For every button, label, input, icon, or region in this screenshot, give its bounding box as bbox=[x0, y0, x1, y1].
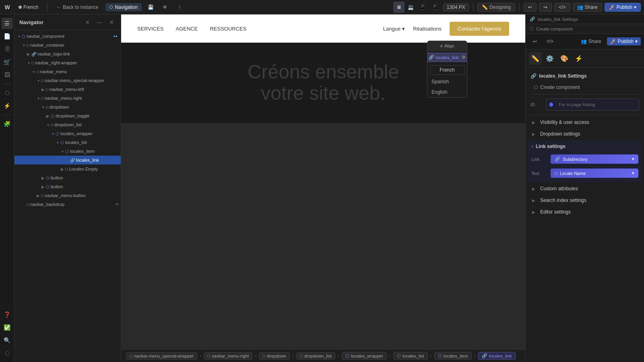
tree-item-locales_item[interactable]: ▾ ⬡ locales_item bbox=[14, 147, 121, 156]
english-option[interactable]: English bbox=[427, 87, 467, 97]
share-top-btn[interactable]: 👥 Share bbox=[577, 37, 605, 46]
tree-item-navbar_container[interactable]: ▾ □ navbar_container bbox=[14, 41, 121, 49]
id-input-field[interactable] bbox=[555, 101, 636, 109]
sep2 bbox=[3, 115, 11, 115]
tree-item-navbar_menu_left[interactable]: ▶ □ navbar_menu-left bbox=[14, 85, 121, 94]
settings-icon[interactable]: ⚙ bbox=[462, 55, 466, 60]
more-icon[interactable]: ⋮ bbox=[174, 2, 185, 13]
tree-item-button1[interactable]: ▶ ⬡ button bbox=[14, 173, 121, 182]
cms-icon[interactable]: 🗄 bbox=[2, 43, 13, 55]
tree-item-navbar_menu_special_wrapper[interactable]: ▾ □ navbar-menu_special-wrapper bbox=[14, 76, 121, 85]
viewport-tablet[interactable]: 📱 bbox=[417, 2, 429, 13]
tree-item-navbar_component[interactable]: ▾ ⬡ navbar_component ●● bbox=[14, 32, 121, 41]
link-settings-icon: 🔗 bbox=[530, 73, 537, 79]
tree-item-locales_empty[interactable]: ▶ □ Locales Empty bbox=[14, 165, 121, 173]
breadcrumb-locales-link[interactable]: 🔗 locales_link bbox=[478, 352, 516, 360]
tree-item-navbar_backdrop[interactable]: □ navbar_backdrop 👁 bbox=[14, 200, 121, 209]
webflow-logo[interactable]: W bbox=[3, 3, 11, 11]
link-field-row: Link 🔗 Subdirectory ▾ bbox=[531, 153, 638, 165]
publish-top-btn[interactable]: 🚀 Publish ▾ bbox=[607, 37, 641, 45]
preview-cta[interactable]: Contacter l'agence bbox=[450, 22, 509, 36]
tree-item-navbar_logo-link[interactable]: ▶ 🔗 navbar_logo-link bbox=[14, 49, 121, 58]
tab-navigation[interactable]: ⬡ Navigation bbox=[105, 3, 142, 11]
designing-button[interactable]: ✏️ Designing bbox=[477, 3, 515, 12]
right-panel-create-comp[interactable]: ⬡ Create component bbox=[526, 24, 644, 34]
assets-icon[interactable]: 🖼 bbox=[2, 69, 13, 80]
navigator-close-icon[interactable]: ✕ bbox=[83, 18, 92, 27]
save-icon[interactable]: 💾 bbox=[145, 2, 156, 13]
undo-icon-btn[interactable]: ↩ bbox=[529, 37, 541, 46]
section-editor-settings[interactable]: ▶ Editor settings bbox=[527, 206, 642, 218]
tree-item-navbar_right-wrapper[interactable]: ▾ □ navbar_right-wrapper bbox=[14, 58, 121, 67]
breadcrumb-navbar-menu-special-wrapper[interactable]: □ navbar-menu_special-wrapper bbox=[126, 352, 197, 360]
breadcrumb-dropdown-list[interactable]: □ dropdown_list bbox=[296, 352, 335, 360]
breadcrumb-locales-list[interactable]: ⬡ locales_list bbox=[393, 352, 428, 360]
tree-item-navbar_menu[interactable]: ▾ □ navbar_menu bbox=[14, 67, 121, 76]
create-component-button[interactable]: ⬡ Create component bbox=[529, 82, 641, 93]
help-icon[interactable]: ❓ bbox=[2, 309, 13, 320]
tree-item-locales_list[interactable]: ▾ ⬡ locales_list bbox=[14, 138, 121, 147]
tab-colors[interactable]: 🎨 bbox=[558, 52, 571, 65]
link-icon: 🔗 bbox=[429, 55, 434, 60]
tab-interactions[interactable]: ⚡ bbox=[572, 52, 585, 65]
tab-french[interactable]: French bbox=[14, 3, 42, 11]
pages-icon[interactable]: 📄 bbox=[2, 31, 13, 42]
ecommerce-icon[interactable]: 🛒 bbox=[2, 56, 13, 68]
navigator-collapse-icon[interactable]: — bbox=[95, 18, 104, 27]
toggle-icon: ▾ bbox=[55, 140, 60, 145]
search-icon[interactable]: 🔍 bbox=[2, 335, 13, 346]
section-search-index[interactable]: ▶ Search index settings bbox=[527, 195, 642, 206]
tab-style[interactable]: ✏️ bbox=[529, 52, 542, 65]
tab-back-to-instance[interactable]: ← Back to instance bbox=[52, 3, 102, 11]
breadcrumb-locales-wrapper[interactable]: ⬡ locales_wrapper bbox=[342, 352, 387, 360]
section-visibility[interactable]: ▶ Visibility & user access bbox=[527, 117, 642, 128]
chevron-right-icon: ▶ bbox=[532, 132, 538, 136]
code-icon-btn[interactable]: </> bbox=[543, 37, 557, 46]
sep1 bbox=[3, 84, 11, 84]
viewport-mobile[interactable]: 📱 bbox=[429, 2, 441, 13]
tree-item-dropdown_toggle[interactable]: ▶ ⬡ dropdown_toggle bbox=[14, 111, 121, 120]
breadcrumb-dropdown[interactable]: □ dropdown bbox=[259, 352, 290, 360]
tree-item-dropdown[interactable]: ▾ □ dropdown bbox=[14, 103, 121, 111]
tree-item-locales_wrapper[interactable]: ▾ ⬡ locales_wrapper bbox=[14, 129, 121, 138]
viewport-laptop[interactable]: 💻 bbox=[405, 2, 417, 13]
sep bbox=[530, 94, 639, 95]
tree-item-navbar_menu_button[interactable]: ▶ □ navbar_menu-button bbox=[14, 191, 121, 200]
tree-item-button2[interactable]: ▶ ⬡ button bbox=[14, 182, 121, 191]
logic-icon[interactable]: ⚡ bbox=[2, 100, 13, 111]
navigator-more-icon[interactable]: ✕ bbox=[107, 18, 116, 27]
webflow-account-icon[interactable]: ⬡ bbox=[2, 348, 13, 359]
checklist-icon[interactable]: ✅ bbox=[2, 322, 13, 333]
breadcrumb-navbar-menu-right[interactable]: □ navbar_menu-right bbox=[204, 352, 252, 360]
editor-settings-label: Editor settings bbox=[540, 209, 571, 215]
toggle-icon: ▾ bbox=[35, 78, 41, 83]
preview-nav: SERVICES AGENCE RESSOURCES Langue ▾ Réal… bbox=[121, 14, 525, 43]
code-button[interactable]: </> bbox=[554, 3, 570, 12]
locales-link-tag[interactable]: 🔗 locales_link ⚙ bbox=[427, 53, 467, 62]
text-select[interactable]: □ Locale Name ▾ bbox=[551, 169, 638, 178]
share-button[interactable]: 👥 Share bbox=[573, 3, 602, 12]
tree-item-dropdown_list[interactable]: ▾ □ dropdown_list bbox=[14, 120, 121, 129]
link-settings-header[interactable]: ▾ Link settings bbox=[531, 144, 638, 149]
section-custom-attrs[interactable]: ▶ Custom attributes bbox=[527, 183, 642, 194]
redo-button[interactable]: ↪ bbox=[539, 3, 552, 12]
breadcrumb-locales-item[interactable]: ⬡ locales_item bbox=[434, 352, 472, 360]
undo-button[interactable]: ↩ bbox=[524, 3, 537, 12]
preview-icon[interactable]: 👁 bbox=[159, 2, 171, 13]
preview-langue-dropdown[interactable]: Langue ▾ bbox=[383, 26, 405, 32]
toggle-icon: ▾ bbox=[60, 149, 65, 154]
viewport-desktop[interactable]: 🖥 bbox=[393, 2, 405, 13]
components-icon[interactable]: ⬡ bbox=[2, 87, 13, 99]
spanish-option[interactable]: Spanish bbox=[427, 76, 467, 87]
preview-hero-text: Créons ensemblevotre site web. bbox=[248, 62, 399, 104]
link-select[interactable]: 🔗 Subdirectory ▾ bbox=[551, 154, 638, 164]
tree-item-locales_link[interactable]: 🔗 locales_link bbox=[14, 156, 121, 165]
publish-button[interactable]: 🚀 Publish ▾ bbox=[605, 3, 641, 12]
section-dropdown-settings[interactable]: ▶ Dropdown settings bbox=[527, 128, 642, 140]
tab-settings[interactable]: ⚙️ bbox=[543, 52, 556, 65]
navigator-icon[interactable]: ☰ bbox=[2, 18, 13, 29]
apps-icon[interactable]: 🧩 bbox=[2, 118, 13, 130]
frame-icon: □ bbox=[46, 87, 48, 92]
tree-item-navbar_menu_right[interactable]: ▾ □ navbar_menu-right bbox=[14, 94, 121, 103]
frame-icon: □ bbox=[31, 61, 34, 65]
